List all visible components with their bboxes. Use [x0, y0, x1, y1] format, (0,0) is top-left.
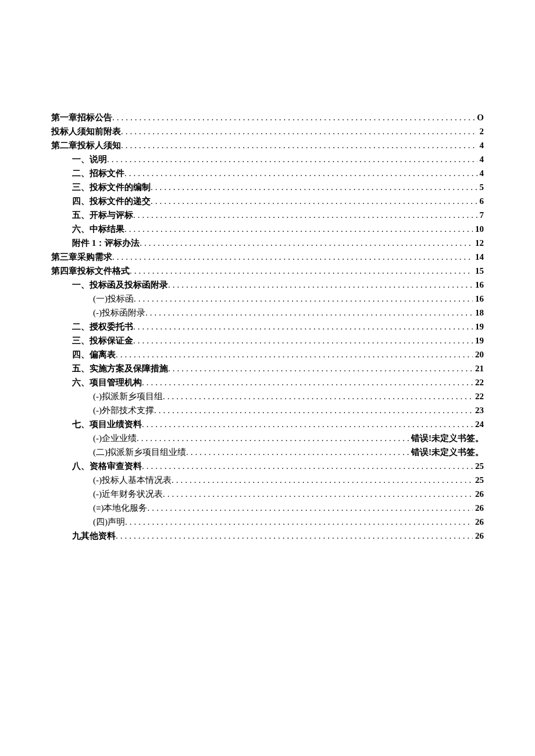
toc-entry[interactable]: (-)投标函附录18 [51, 306, 484, 320]
toc-entry-page: 5 [480, 180, 484, 194]
toc-entry[interactable]: 九其他资料26 [51, 529, 484, 543]
toc-entry-page: 10 [475, 222, 484, 236]
toc-entry[interactable]: (-)拟派新乡项目组22 [51, 389, 484, 403]
toc-leader-dots [116, 529, 473, 543]
toc-entry-title: 附件 1：评标办法 [72, 236, 140, 250]
toc-leader-dots [124, 166, 477, 180]
toc-entry-title: (-)投标函附录 [93, 306, 145, 320]
toc-entry-title: (二)拟派新乡项目组业绩 [93, 445, 186, 459]
toc-entry-page: 19 [475, 320, 484, 334]
toc-entry[interactable]: 一、说明4 [51, 152, 484, 166]
toc-entry[interactable]: 第一章招标公告O [51, 110, 484, 124]
toc-entry-page: 22 [475, 375, 484, 389]
toc-entry[interactable]: (-)近年财务状况表26 [51, 487, 484, 501]
toc-entry-title: 七、项目业绩资料 [72, 417, 142, 431]
toc-entry-title: 四、偏离表 [72, 347, 116, 361]
toc-leader-dots [121, 124, 477, 138]
toc-leader-dots [107, 152, 477, 166]
toc-entry-title: (-)拟派新乡项目组 [93, 389, 163, 403]
toc-entry-title: (-)投标人基本情况表 [93, 473, 172, 487]
toc-entry-page: 15 [475, 264, 484, 278]
toc-entry-page: 错误!未定义书签。 [411, 445, 484, 459]
toc-leader-dots [133, 320, 473, 334]
toc-entry[interactable]: 八、资格审查资料25 [51, 459, 484, 473]
toc-leader-dots [121, 138, 477, 152]
toc-leader-dots [145, 306, 473, 320]
toc-entry-page: 25 [475, 473, 484, 487]
toc-entry-page: 26 [475, 515, 484, 529]
toc-entry-page: 18 [475, 306, 484, 320]
toc-entry-title: 第三章采购需求 [51, 250, 112, 264]
toc-entry[interactable]: 三、投标文件的编制5 [51, 180, 484, 194]
toc-entry[interactable]: 第四章投标文件格式15 [51, 264, 484, 278]
toc-leader-dots [163, 487, 473, 501]
toc-leader-dots [154, 403, 473, 417]
toc-entry-page: 22 [475, 389, 484, 403]
toc-entry[interactable]: (-)企业业绩错误!未定义书签。 [51, 431, 484, 445]
toc-entry[interactable]: 二、招标文件4 [51, 166, 484, 180]
toc-entry-title: 投标人须知前附表 [51, 124, 121, 138]
toc-leader-dots [142, 417, 473, 431]
document-page: 第一章招标公告O投标人须知前附表2第二章投标人须知4一、说明4二、招标文件4三、… [0, 0, 535, 756]
toc-entry-title: (≡)本地化服务 [93, 501, 147, 515]
toc-entry-page: 26 [475, 501, 484, 515]
toc-entry-page: 26 [475, 529, 484, 543]
toc-leader-dots [186, 445, 409, 459]
toc-leader-dots [140, 236, 473, 250]
toc-entry-title: 九其他资料 [72, 529, 116, 543]
toc-entry[interactable]: 七、项目业绩资料24 [51, 417, 484, 431]
toc-entry-page: 16 [475, 292, 484, 306]
toc-entry-title: (四)声明 [93, 515, 125, 529]
toc-entry[interactable]: 五、实施方案及保障措施21 [51, 361, 484, 375]
toc-entry[interactable]: (一)投标函16 [51, 292, 484, 306]
toc-entry[interactable]: 二、授权委托书19 [51, 320, 484, 334]
toc-entry-page: 7 [480, 208, 484, 222]
toc-entry-page: 6 [480, 194, 484, 208]
toc-entry[interactable]: 附件 1：评标办法12 [51, 236, 484, 250]
toc-leader-dots [172, 473, 473, 487]
toc-entry[interactable]: 第三章采购需求14 [51, 250, 484, 264]
toc-entry-page: 2 [480, 124, 484, 138]
toc-entry-page: O [477, 110, 484, 124]
toc-entry-title: 二、授权委托书 [72, 320, 133, 334]
toc-leader-dots [168, 278, 473, 292]
toc-entry[interactable]: (-)投标人基本情况表25 [51, 473, 484, 487]
toc-entry-title: 一、投标函及投标函附录 [72, 278, 168, 292]
toc-leader-dots [142, 375, 473, 389]
toc-entry-page: 21 [475, 361, 484, 375]
toc-entry-title: 第二章投标人须知 [51, 138, 121, 152]
toc-entry-title: 一、说明 [72, 152, 107, 166]
toc-entry-title: 六、中标结果 [72, 222, 124, 236]
toc-leader-dots [125, 515, 473, 529]
toc-leader-dots [124, 222, 473, 236]
toc-leader-dots [112, 250, 473, 264]
toc-entry[interactable]: 四、偏离表20 [51, 347, 484, 361]
toc-entry[interactable]: 第二章投标人须知4 [51, 138, 484, 152]
toc-entry[interactable]: 六、项目管理机构22 [51, 375, 484, 389]
toc-leader-dots [130, 264, 473, 278]
toc-leader-dots [134, 292, 473, 306]
toc-entry-title: 五、开标与评标 [72, 208, 133, 222]
toc-entry[interactable]: (-)外部技术支撑23 [51, 403, 484, 417]
toc-entry-page: 12 [475, 236, 484, 250]
toc-entry[interactable]: 五、开标与评标7 [51, 208, 484, 222]
toc-entry[interactable]: 六、中标结果10 [51, 222, 484, 236]
toc-leader-dots [133, 208, 477, 222]
toc-entry-title: (-)外部技术支撑 [93, 403, 154, 417]
toc-entry[interactable]: 一、投标函及投标函附录16 [51, 278, 484, 292]
toc-entry-page: 20 [475, 347, 484, 361]
toc-entry-title: 四、投标文件的递交 [72, 194, 151, 208]
toc-entry[interactable]: 投标人须知前附表2 [51, 124, 484, 138]
toc-entry[interactable]: 四、投标文件的递交6 [51, 194, 484, 208]
toc-entry[interactable]: (二)拟派新乡项目组业绩错误!未定义书签。 [51, 445, 484, 459]
toc-entry-page: 26 [475, 487, 484, 501]
toc-entry-page: 错误!未定义书签。 [411, 431, 484, 445]
toc-entry-title: 三、投标保证金 [72, 334, 133, 347]
toc-entry-page: 23 [475, 403, 484, 417]
toc-leader-dots [147, 501, 473, 515]
toc-entry[interactable]: (四)声明26 [51, 515, 484, 529]
toc-entry[interactable]: (≡)本地化服务26 [51, 501, 484, 515]
toc-entry-title: 三、投标文件的编制 [72, 180, 151, 194]
table-of-contents: 第一章招标公告O投标人须知前附表2第二章投标人须知4一、说明4二、招标文件4三、… [51, 110, 484, 543]
toc-entry[interactable]: 三、投标保证金19 [51, 334, 484, 347]
